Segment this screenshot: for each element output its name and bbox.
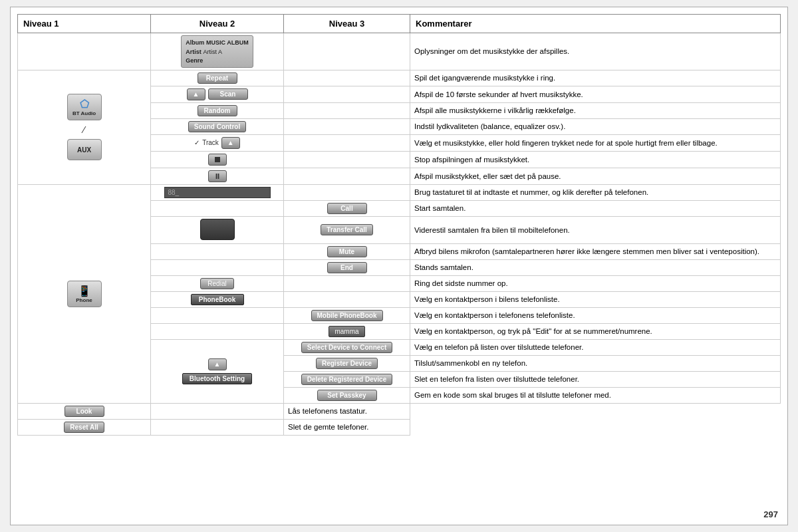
niveau2-call-row <box>151 200 284 216</box>
delete-device-button[interactable]: Delete Registered Device <box>301 374 393 385</box>
niveau1-phone: 📱 Phone <box>18 184 151 403</box>
niveau3-stop <box>284 151 410 168</box>
niveau2-album: Album MUSIC ALBUM Artist Artist A Genre <box>151 33 284 70</box>
mamma-button[interactable]: mamma <box>329 326 365 337</box>
phonebook-button[interactable]: PhoneBook <box>191 294 244 305</box>
niveau3-look <box>151 403 284 419</box>
niveau3-redial <box>284 275 410 291</box>
phone-icon[interactable]: 📱 Phone <box>67 281 102 307</box>
end-button[interactable]: End <box>327 262 367 273</box>
album-value: MUSIC ALBUM <box>206 39 249 46</box>
niveau2-mute-row <box>151 243 284 259</box>
bt-nav-button[interactable]: ▲ <box>208 358 227 370</box>
track-bar: ✓ Track ▲ <box>194 137 240 149</box>
aux-icon[interactable]: AUX <box>67 139 102 160</box>
comment-input: Brug tastaturet til at indtaste et numme… <box>410 184 781 200</box>
comment-random: Afspil alle musikstykkerne i vilkårlig r… <box>410 102 781 118</box>
phone-symbol-icon: 📱 <box>78 285 91 297</box>
niveau3-delete-device: Delete Registered Device <box>284 371 410 387</box>
niveau2-look: Look <box>18 403 151 419</box>
number-input[interactable]: 88_ <box>164 187 271 198</box>
album-label: Album <box>186 39 204 46</box>
niveau3-reset-all <box>151 419 284 435</box>
track-label: Track <box>202 139 219 146</box>
mobile-phonebook-button[interactable]: Mobile PhoneBook <box>311 310 383 321</box>
genre-label: Genre <box>186 57 203 64</box>
niveau2-bt-setting: ▲ Bluetooth Setting <box>151 339 284 403</box>
bt-audio-icon[interactable]: ⬠ BT Audio <box>67 94 102 120</box>
niveau3-set-passkey: Set Passkey <box>284 387 410 403</box>
niveau2-repeat: Repeat <box>151 70 284 86</box>
niveau2-transfer-call-row <box>151 216 284 243</box>
nav-up-button[interactable]: ▲ <box>187 88 205 100</box>
checkmark-icon: ✓ <box>194 139 200 146</box>
reset-all-button[interactable]: Reset All <box>64 422 104 433</box>
comment-mamma: Vælg en kontaktperson, og tryk på "Edit"… <box>410 323 781 339</box>
niveau3-track <box>284 134 410 151</box>
niveau2-sound-control: Sound Control <box>151 118 284 134</box>
comment-stop: Stop afspilningen af musikstykket. <box>410 151 781 168</box>
comment-end: Stands samtalen. <box>410 259 781 275</box>
niveau3-album <box>284 33 410 70</box>
table-row: Album MUSIC ALBUM Artist Artist A Genre <box>18 33 781 70</box>
comment-register-device: Tilslut/sammenkobl en ny telefon. <box>410 355 781 371</box>
stop-icon <box>215 157 220 162</box>
transfer-call-button[interactable]: Transfer Call <box>321 224 373 235</box>
album-info-widget: Album MUSIC ALBUM Artist Artist A Genre <box>181 35 253 68</box>
comment-redial: Ring det sidste nummer op. <box>410 275 781 291</box>
mute-button[interactable]: Mute <box>327 246 367 257</box>
artist-row: Artist Artist A <box>186 47 248 57</box>
niveau2-track: ✓ Track ▲ <box>151 134 284 151</box>
niveau2-scan: ▲ Scan <box>151 86 284 102</box>
niveau3-mute: Mute <box>284 243 410 259</box>
table-row: ⬠ BT Audio ∕ AUX Repeat Spil det igangvæ… <box>18 70 781 86</box>
comment-pause: Afspil musikstykket, eller sæt det på pa… <box>410 168 781 184</box>
comment-transfer-call: Viderestil samtalen fra bilen til mobilt… <box>410 216 781 243</box>
niveau3-end: End <box>284 259 410 275</box>
niveau2-mamma-row <box>151 323 284 339</box>
comment-delete-device: Slet en telefon fra listen over tilslutt… <box>410 371 781 387</box>
header-niveau3: Niveau 3 <box>284 15 410 33</box>
niveau3-mobile-phonebook: Mobile PhoneBook <box>284 307 410 323</box>
track-forward-button[interactable]: ▲ <box>221 137 240 149</box>
niveau1-cell-album <box>18 33 151 70</box>
niveau3-phonebook <box>284 291 410 307</box>
repeat-button[interactable]: Repeat <box>198 72 237 84</box>
niveau2-random: Random <box>151 102 284 118</box>
niveau3-select-device: Select Device to Connect <box>284 339 410 355</box>
set-passkey-button[interactable]: Set Passkey <box>317 390 377 401</box>
select-device-button[interactable]: Select Device to Connect <box>301 342 392 353</box>
stop-button[interactable] <box>208 154 227 166</box>
redial-button[interactable]: Redial <box>200 278 233 289</box>
comment-call: Start samtalen. <box>410 200 781 216</box>
header-niveau2: Niveau 2 <box>151 15 284 33</box>
sound-control-button[interactable]: Sound Control <box>188 121 246 132</box>
comment-reset-all: Slet de gemte telefoner. <box>284 419 410 435</box>
niveau3-call: Call <box>284 200 410 216</box>
comment-scan: Afspil de 10 første sekunder af hvert mu… <box>410 86 781 102</box>
niveau3-scan <box>284 86 410 102</box>
scan-button[interactable]: Scan <box>208 88 248 100</box>
random-button[interactable]: Random <box>198 105 237 116</box>
phone-display-icon <box>200 219 235 240</box>
niveau3-input <box>284 184 410 200</box>
niveau2-stop <box>151 151 284 168</box>
pause-button[interactable]: ⏸ <box>208 170 227 182</box>
comment-mobile-phonebook: Vælg en kontaktperson i telefonens telef… <box>410 307 781 323</box>
niveau2-phonebook: PhoneBook <box>151 291 284 307</box>
comment-repeat: Spil det igangværende musikstykke i ring… <box>410 70 781 86</box>
niveau2-mobile-phonebook <box>151 307 284 323</box>
album-row: Album MUSIC ALBUM <box>186 38 248 47</box>
call-button[interactable]: Call <box>327 203 367 214</box>
pencil-icon: ∕ <box>83 124 84 135</box>
register-device-button[interactable]: Register Device <box>316 358 378 369</box>
look-button[interactable]: Look <box>65 406 104 417</box>
comment-track: Vælg et musikstykke, eller hold fingeren… <box>410 134 781 151</box>
main-table: Niveau 1 Niveau 2 Niveau 3 Kommentarer A… <box>17 14 781 436</box>
genre-row: Genre <box>186 56 248 65</box>
page: Niveau 1 Niveau 2 Niveau 3 Kommentarer A… <box>10 7 788 525</box>
niveau3-pause <box>284 168 410 184</box>
niveau3-random <box>284 102 410 118</box>
niveau2-reset-all: Reset All <box>18 419 151 435</box>
bluetooth-setting-button[interactable]: Bluetooth Setting <box>182 373 252 384</box>
